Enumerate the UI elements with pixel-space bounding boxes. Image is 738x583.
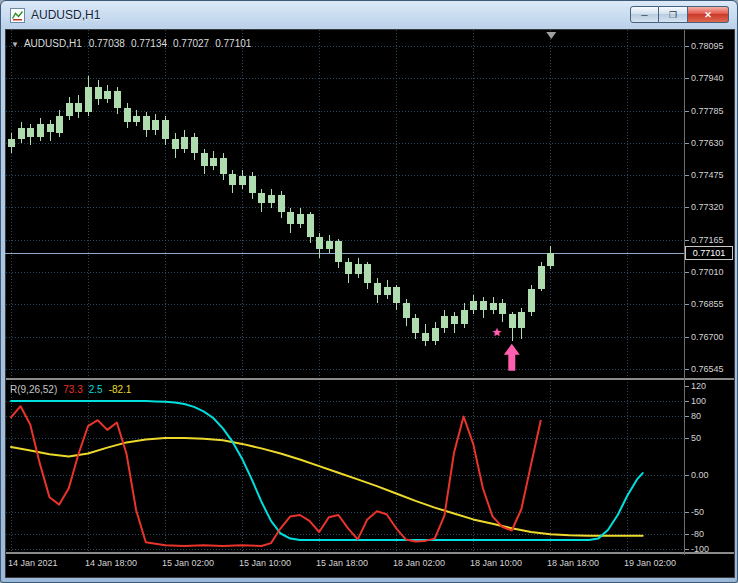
time-axis-label: 19 Jan 02:00 [624, 558, 676, 568]
application-window: AUDUSD,H1 ─ ❐ ✕ ▼AUDUSD,H10.770380.77134… [0, 0, 738, 583]
time-axis-splitter[interactable] [6, 552, 734, 554]
indicator-header: R(9,26,52)73.32.5-82.1 [10, 384, 131, 395]
window-controls: ─ ❐ ✕ [630, 6, 729, 23]
indicator-value-slow: -82.1 [109, 384, 132, 395]
indicator-axis-label: -50 [691, 507, 704, 517]
price-axis-divider [684, 30, 685, 555]
price-axis-label: 0.77940 [691, 73, 724, 83]
quote-header: ▼AUDUSD,H10.770380.771340.770270.77101 [11, 38, 257, 49]
price-axis-label: 0.76855 [691, 299, 724, 309]
price-axis-label: 0.77010 [691, 267, 724, 277]
buy-signal-star-icon[interactable]: ★ [492, 327, 502, 338]
price-axis-label: 0.77475 [691, 170, 724, 180]
indicator-axis-label: 100 [691, 396, 706, 406]
price-axis-label: 0.78095 [691, 41, 724, 51]
indicator-axis-label: 120 [691, 381, 706, 391]
time-axis-label: 14 Jan 18:00 [85, 558, 137, 568]
quote-low: 0.77027 [173, 38, 209, 49]
close-button[interactable]: ✕ [688, 6, 729, 23]
current-price-box: 0.77101 [685, 246, 733, 260]
indicator-value-medium: 2.5 [89, 384, 103, 395]
indicator-name[interactable]: R(9,26,52) [10, 384, 57, 395]
price-axis-label: 0.77785 [691, 106, 724, 116]
price-axis-label: 0.77320 [691, 202, 724, 212]
time-axis-label: 18 Jan 18:00 [547, 558, 599, 568]
indicator-axis-label: 0.00 [691, 470, 709, 480]
indicator-axis-label: -80 [691, 529, 704, 539]
time-axis-label: 14 Jan 2021 [8, 558, 58, 568]
quote-symbol: AUDUSD,H1 [24, 38, 82, 49]
window-title: AUDUSD,H1 [31, 8, 100, 22]
price-axis-label: 0.77630 [691, 138, 724, 148]
time-axis-label: 18 Jan 02:00 [393, 558, 445, 568]
main-chart-surface[interactable] [5, 29, 684, 378]
quote-high: 0.77134 [131, 38, 167, 49]
price-axis-label: 0.77165 [691, 235, 724, 245]
indicator-axis-label: -100 [691, 544, 709, 554]
one-click-toggle-icon[interactable]: ▼ [11, 40, 19, 49]
price-axis-label: 0.76700 [691, 332, 724, 342]
indicator-axis-label: 50 [691, 433, 701, 443]
quote-close: 0.77101 [215, 38, 251, 49]
maximize-button[interactable]: ❐ [659, 6, 688, 23]
quote-open: 0.77038 [89, 38, 125, 49]
minimize-button[interactable]: ─ [630, 6, 659, 23]
indicator-value-fast: 73.3 [63, 384, 82, 395]
price-axis-label: 0.76545 [691, 364, 724, 374]
time-axis-label: 15 Jan 02:00 [162, 558, 214, 568]
time-axis-label: 15 Jan 10:00 [239, 558, 291, 568]
window-icon[interactable] [10, 8, 25, 23]
indicator-axis-label: 80 [691, 411, 701, 421]
indicator-panel-surface[interactable] [5, 381, 684, 552]
time-axis-label: 15 Jan 18:00 [316, 558, 368, 568]
time-axis-label: 18 Jan 10:00 [470, 558, 522, 568]
panel-splitter[interactable] [6, 378, 734, 380]
title-bar[interactable]: AUDUSD,H1 [1, 1, 737, 29]
